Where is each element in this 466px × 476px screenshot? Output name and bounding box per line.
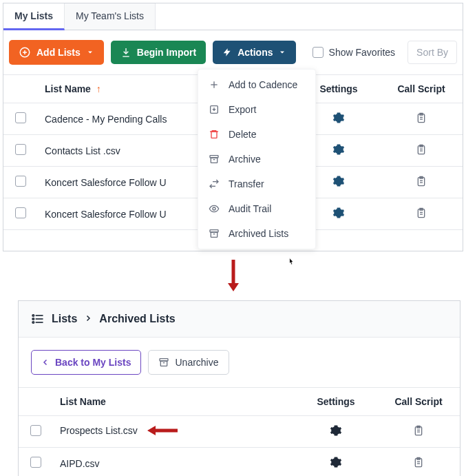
begin-import-label: Begin Import: [137, 47, 196, 58]
toolbar: Add Lists Begin Import Actions Show Favo…: [3, 30, 463, 74]
tab-team-lists[interactable]: My Team's Lists: [65, 3, 156, 30]
menu-audit-trail[interactable]: Audit Trail: [198, 196, 315, 221]
sort-asc-icon: ↑: [96, 83, 101, 94]
transfer-icon: [208, 178, 220, 189]
row-checkbox[interactable]: [15, 112, 26, 123]
import-icon: [120, 47, 131, 58]
row-checkbox[interactable]: [15, 144, 26, 155]
menu-label: Audit Trail: [229, 203, 271, 214]
list-name: Prospects List.csv: [60, 425, 138, 436]
menu-label: Archived Lists: [229, 228, 288, 239]
list-icon: [31, 312, 45, 326]
menu-label: Transfer: [229, 178, 264, 189]
plus-icon: [208, 79, 220, 90]
menu-export[interactable]: Export: [198, 97, 315, 122]
row-checkbox[interactable]: [30, 457, 41, 468]
menu-archived-lists[interactable]: Archived Lists: [198, 221, 315, 246]
menu-label: Delete: [229, 129, 256, 140]
menu-archive[interactable]: Archive: [198, 147, 315, 172]
menu-label: Add to Cadence: [229, 79, 297, 90]
menu-label: Archive: [229, 154, 261, 165]
svg-point-22: [213, 207, 215, 210]
menu-delete[interactable]: Delete: [198, 122, 315, 147]
archive-icon: [208, 154, 220, 165]
annotation-arrow-down-icon: [3, 258, 463, 295]
tabs: My Lists My Team's Lists: [3, 3, 463, 30]
actions-button[interactable]: Actions: [213, 41, 296, 64]
breadcrumb-lists[interactable]: Lists: [52, 313, 77, 325]
row-checkbox[interactable]: [15, 207, 26, 218]
col-list-name[interactable]: List Name: [45, 83, 91, 94]
add-list-icon: [19, 46, 31, 59]
svg-rect-24: [211, 232, 217, 237]
call-script-button[interactable]: [380, 103, 463, 135]
list-name: Contacts List .csv: [45, 145, 120, 156]
svg-point-31: [32, 318, 34, 320]
chevron-right-icon: [84, 313, 92, 325]
call-script-button[interactable]: [380, 167, 463, 198]
archived-lists-table: List Name Settings Call Script Prospects…: [19, 387, 460, 476]
checkbox-icon: [313, 47, 324, 58]
chevron-left-icon: [41, 358, 50, 366]
settings-button[interactable]: [295, 416, 377, 448]
lists-table-wrap: List Name ↑ Settings Call Script Cadence…: [3, 74, 463, 251]
actions-label: Actions: [237, 47, 273, 58]
lists-panel: My Lists My Team's Lists Add Lists Begin…: [3, 3, 463, 251]
col-call-script: Call Script: [397, 83, 445, 94]
cursor-pointer-icon: [285, 256, 297, 272]
export-icon: [208, 104, 220, 115]
svg-point-30: [32, 315, 34, 317]
unarchive-label: Unarchive: [175, 357, 218, 368]
settings-button[interactable]: [295, 448, 377, 477]
list-name: AIPD.csv: [60, 458, 100, 469]
annotation-arrow-left-icon: [146, 424, 179, 439]
svg-point-32: [32, 322, 34, 324]
table-row[interactable]: Prospects List.csv: [19, 416, 460, 448]
row-checkbox[interactable]: [15, 176, 26, 187]
call-script-button[interactable]: [380, 198, 463, 230]
list-name: Koncert Salesforce Follow U: [45, 209, 167, 220]
show-favorites-label: Show Favorites: [329, 47, 395, 58]
call-script-button[interactable]: [377, 448, 460, 477]
chevron-down-icon: [86, 48, 94, 56]
call-script-button[interactable]: [377, 416, 460, 448]
unarchive-button[interactable]: Unarchive: [148, 350, 229, 375]
svg-rect-20: [211, 158, 217, 163]
actions-dropdown: Add to Cadence Export Delete Archive Tra…: [198, 69, 316, 249]
call-script-button[interactable]: [380, 135, 463, 167]
menu-label: Export: [229, 104, 256, 115]
table-row[interactable]: AIPD.csv: [19, 448, 460, 477]
col-list-name: List Name: [60, 396, 106, 407]
list-name: Koncert Salesforce Follow U: [45, 177, 167, 188]
add-lists-button[interactable]: Add Lists: [9, 40, 104, 65]
eye-icon: [208, 203, 220, 214]
breadcrumb-archived: Archived Lists: [99, 313, 175, 325]
back-to-my-lists-button[interactable]: Back to My Lists: [31, 350, 141, 375]
menu-add-to-cadence[interactable]: Add to Cadence: [198, 72, 315, 97]
breadcrumb: Lists Archived Lists: [19, 301, 460, 338]
lightning-icon: [222, 48, 232, 57]
list-name: Cadence - My Pending Calls: [45, 114, 167, 125]
back-label: Back to My Lists: [55, 357, 131, 368]
unarchive-icon: [158, 357, 169, 368]
tab-my-lists[interactable]: My Lists: [3, 3, 65, 30]
archived-lists-panel: Lists Archived Lists Back to My Lists Un…: [18, 300, 460, 476]
archived-icon: [208, 228, 220, 239]
add-lists-label: Add Lists: [36, 47, 81, 58]
menu-transfer[interactable]: Transfer: [198, 172, 315, 196]
sort-by-button[interactable]: Sort By: [407, 41, 457, 64]
svg-rect-18: [211, 132, 217, 138]
col-settings: Settings: [319, 83, 357, 94]
archived-toolbar: Back to My Lists Unarchive: [19, 338, 460, 387]
row-checkbox[interactable]: [30, 425, 41, 436]
col-call-script: Call Script: [394, 396, 442, 407]
chevron-down-icon: [278, 48, 286, 56]
col-settings: Settings: [317, 396, 354, 407]
begin-import-button[interactable]: Begin Import: [111, 41, 206, 64]
svg-rect-34: [161, 361, 167, 366]
trash-icon: [208, 129, 220, 140]
show-favorites-toggle[interactable]: Show Favorites: [313, 47, 395, 58]
